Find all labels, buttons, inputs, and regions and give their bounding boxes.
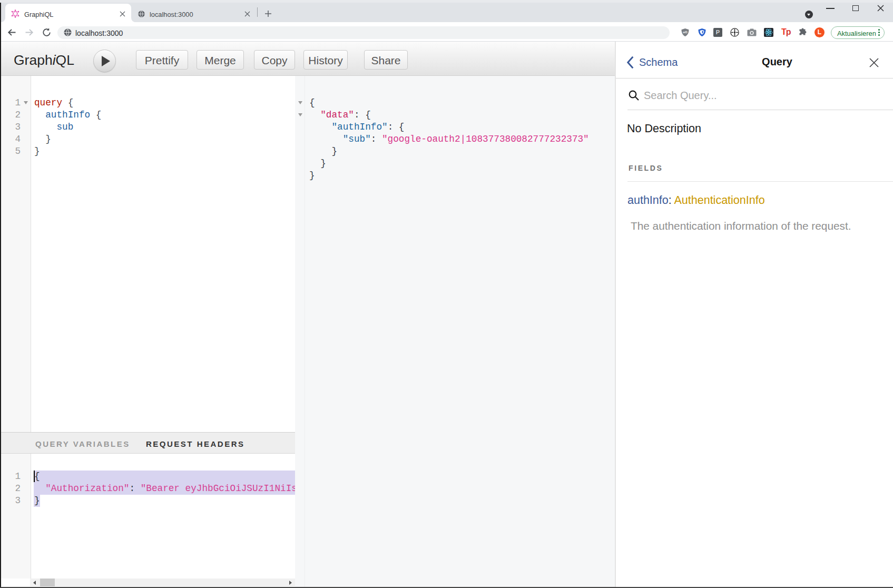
svg-text:uO: uO <box>683 31 688 34</box>
